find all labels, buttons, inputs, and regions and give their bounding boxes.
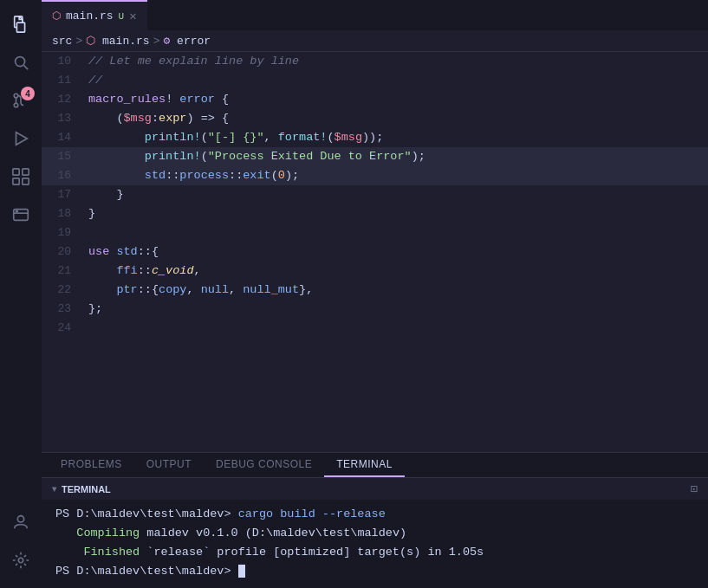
line-num-18: 18 (42, 204, 85, 223)
code-content-21: ffi::c_void, (85, 262, 708, 281)
rust-file-icon: ⬡ (52, 10, 61, 23)
code-container: 10 // Let me explain line by line 11 // … (42, 52, 708, 452)
line-num-23: 23 (42, 300, 85, 319)
search-icon[interactable] (3, 45, 38, 80)
line-num-17: 17 (42, 185, 85, 204)
breadcrumb-sep-2: > (153, 35, 160, 48)
code-content-17: } (85, 185, 708, 204)
breadcrumb-error[interactable]: ⚙ error (163, 34, 211, 48)
code-content-19 (85, 223, 708, 242)
svg-rect-10 (13, 178, 19, 184)
code-line-15: 15 println!("Process Exited Due to Error… (42, 147, 708, 166)
line-num-24: 24 (42, 319, 85, 338)
code-line-20: 20 use std::{ (42, 242, 708, 262)
main-content: ⬡ main.rs U ✕ src > ⬡ main.rs > ⚙ error … (42, 0, 708, 588)
tab-filename: main.rs (66, 10, 114, 23)
remote-icon[interactable] (3, 197, 38, 232)
line-num-13: 13 (42, 109, 85, 128)
code-line-12: 12 macro_rules! error { (42, 90, 708, 109)
svg-point-2 (16, 57, 25, 67)
tab-close-button[interactable]: ✕ (129, 9, 136, 23)
svg-rect-1 (16, 23, 24, 32)
line-num-14: 14 (42, 128, 85, 147)
svg-rect-11 (23, 178, 29, 184)
activity-bar: 4 (0, 0, 42, 588)
terminal-line-3: Finished `release` profile [optimized] t… (55, 543, 694, 562)
panel-header: ▾ TERMINAL ⊡ (42, 478, 708, 500)
code-line-10: 10 // Let me explain line by line (42, 52, 708, 71)
line-num-21: 21 (42, 262, 85, 281)
code-content-20: use std::{ (85, 242, 708, 262)
panel-tabs: PROBLEMS OUTPUT DEBUG CONSOLE TERMINAL (42, 453, 708, 478)
code-content-14: println!("[-] {}", format!($msg)); (85, 128, 708, 147)
tab-modified-indicator: U (119, 11, 125, 22)
source-control-badge: 4 (21, 87, 35, 100)
code-content-18: } (85, 204, 708, 223)
svg-point-16 (18, 558, 23, 563)
terminal-content[interactable]: PS D:\maldev\test\maldev> cargo build --… (42, 500, 708, 588)
code-content-11: // (85, 71, 708, 90)
terminal-line-1: PS D:\maldev\test\maldev> cargo build --… (55, 505, 694, 524)
svg-line-3 (24, 66, 29, 70)
line-num-11: 11 (42, 71, 85, 90)
svg-point-6 (14, 103, 18, 107)
code-line-11: 11 // (42, 71, 708, 90)
line-num-10: 10 (42, 52, 85, 71)
code-line-18: 18 } (42, 204, 708, 223)
breadcrumb-sep-1: > (75, 35, 82, 48)
svg-rect-9 (23, 169, 29, 175)
code-content-22: ptr::{copy, null, null_mut}, (85, 281, 708, 300)
line-num-16: 16 (42, 166, 85, 185)
breadcrumb-mainrs[interactable]: ⬡ main.rs (86, 34, 149, 48)
code-line-16: 16 std::process::exit(0); (42, 166, 708, 185)
panel-area: PROBLEMS OUTPUT DEBUG CONSOLE TERMINAL ▾… (42, 452, 708, 588)
code-line-24: 24 (42, 319, 708, 338)
code-content-15: println!("Process Exited Due to Error"); (85, 147, 708, 166)
code-line-21: 21 ffi::c_void, (42, 262, 708, 281)
terminal-line-2: Compiling maldev v0.1.0 (D:\maldev\test\… (55, 524, 694, 543)
account-icon[interactable] (3, 505, 38, 540)
expand-icon: ▾ (52, 484, 56, 494)
source-control-icon[interactable]: 4 (3, 83, 38, 118)
svg-point-4 (14, 94, 18, 98)
extensions-icon[interactable] (3, 159, 38, 194)
breadcrumb: src > ⬡ main.rs > ⚙ error (42, 30, 708, 52)
code-line-23: 23 }; (42, 300, 708, 319)
terminal-line-4: PS D:\maldev\test\maldev> (55, 562, 694, 581)
line-num-22: 22 (42, 281, 85, 300)
code-content-12: macro_rules! error { (85, 90, 708, 109)
code-line-13: 13 ($msg:expr) => { (42, 109, 708, 128)
terminal-label: TERMINAL (62, 484, 111, 494)
code-content-16: std::process::exit(0); (85, 166, 708, 185)
main-rs-tab[interactable]: ⬡ main.rs U ✕ (42, 0, 147, 30)
line-num-15: 15 (42, 147, 85, 166)
terminal-tab[interactable]: TERMINAL (324, 453, 405, 477)
svg-point-14 (16, 210, 18, 212)
run-debug-icon[interactable] (3, 121, 38, 156)
settings-icon[interactable] (3, 543, 38, 578)
terminal-header-label: ▾ TERMINAL (52, 484, 111, 494)
code-line-19: 19 (42, 223, 708, 242)
panel-maximize-button[interactable]: ⊡ (691, 481, 698, 496)
breadcrumb-src[interactable]: src (52, 35, 72, 48)
code-content-23: }; (85, 300, 708, 319)
code-content-24 (85, 319, 708, 338)
code-content-13: ($msg:expr) => { (85, 109, 708, 128)
svg-rect-8 (13, 169, 19, 175)
line-num-20: 20 (42, 242, 85, 262)
code-line-22: 22 ptr::{copy, null, null_mut}, (42, 281, 708, 300)
svg-point-15 (17, 516, 23, 522)
tab-bar: ⬡ main.rs U ✕ (42, 0, 708, 30)
line-num-12: 12 (42, 90, 85, 109)
code-line-17: 17 } (42, 185, 708, 204)
terminal-cursor (238, 565, 245, 578)
svg-marker-7 (16, 132, 28, 145)
code-content-10: // Let me explain line by line (85, 52, 708, 71)
line-num-19: 19 (42, 223, 85, 242)
files-icon[interactable] (3, 7, 38, 42)
debug-console-tab[interactable]: DEBUG CONSOLE (204, 453, 324, 477)
editor-area: 10 // Let me explain line by line 11 // … (42, 52, 708, 452)
problems-tab[interactable]: PROBLEMS (49, 453, 134, 477)
code-line-14: 14 println!("[-] {}", format!($msg)); (42, 128, 708, 147)
output-tab[interactable]: OUTPUT (134, 453, 204, 477)
